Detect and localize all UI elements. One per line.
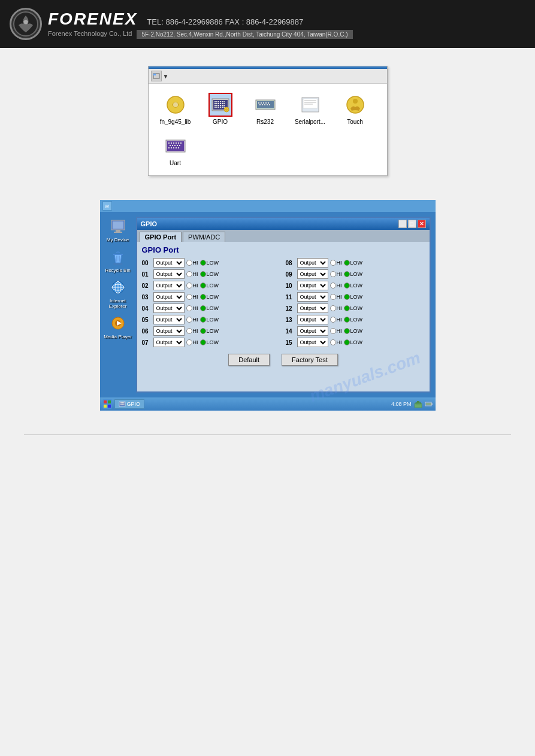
port-15-select[interactable]: Output (297, 338, 328, 347)
titlebar-buttons: _ □ ✕ (398, 220, 426, 228)
svg-rect-37 (265, 102, 267, 104)
file-icon-uart[interactable]: Uart (158, 134, 194, 166)
svg-rect-22 (220, 105, 221, 106)
logo-circle (10, 8, 42, 40)
port-row-04: 04 Output HI LOW (142, 303, 281, 313)
maximize-button[interactable]: □ (408, 220, 416, 228)
fn9g45-icon (164, 93, 188, 117)
svg-rect-23 (222, 105, 223, 106)
ie-label: Internet Explorer (102, 298, 134, 309)
file-icon-serialport[interactable]: Serialport... (292, 93, 328, 125)
port-row-08: 08 Output HI LOW (286, 258, 425, 268)
radio-hi-icon[interactable] (186, 260, 192, 266)
port-06-select[interactable]: Output (153, 326, 185, 336)
svg-rect-24 (223, 105, 225, 106)
svg-rect-19 (214, 105, 216, 106)
port-05-select[interactable]: Output (153, 315, 185, 324)
svg-rect-11 (222, 101, 223, 102)
port-08-select[interactable]: Output (297, 258, 328, 268)
svg-rect-27 (218, 107, 219, 108)
tab-gpio-port[interactable]: GPIO Port (140, 232, 182, 242)
port-04-select[interactable]: Output (153, 303, 185, 313)
minimize-button[interactable]: _ (398, 220, 407, 228)
file-icon-gpio[interactable]: GPIO (202, 93, 238, 125)
svg-rect-67 (176, 147, 177, 148)
taskbar-right: 4:08 PM (391, 400, 433, 408)
port-03-select[interactable]: Output (153, 292, 185, 302)
port-row-11: 11 Output HI LOW (286, 292, 425, 302)
gpio-label: GPIO (213, 119, 228, 125)
ie-icon (108, 278, 128, 297)
taskbar-gpio-button[interactable]: GPIO (114, 399, 145, 409)
touch-label: Touch (347, 119, 363, 125)
svg-rect-18 (223, 103, 225, 104)
svg-point-73 (113, 263, 123, 265)
radio-low-icon[interactable] (200, 260, 206, 266)
port-00-select[interactable]: Output (153, 258, 185, 268)
main-content: ▼ fn_9g45_lib (0, 48, 535, 756)
desktop-icon-recyclebin[interactable]: Recycle Bin (102, 247, 134, 273)
svg-rect-74 (113, 254, 123, 255)
taskbar-top-icon: W (102, 201, 112, 211)
svg-rect-88 (104, 405, 107, 408)
serialport-label: Serialport... (295, 119, 325, 125)
uart-icon (164, 134, 188, 158)
svg-rect-13 (214, 103, 216, 104)
gpio-titlebar: GPIO _ □ ✕ (137, 218, 430, 230)
file-icon-touch[interactable]: Touch (337, 93, 373, 125)
svg-rect-43 (269, 104, 270, 105)
port-12-select[interactable]: Output (297, 303, 328, 313)
svg-rect-62 (177, 145, 178, 146)
svg-rect-10 (220, 101, 221, 102)
svg-rect-58 (180, 142, 182, 144)
port-14-select[interactable]: Output (297, 326, 328, 336)
desktop-icon-mediaplayer[interactable]: Media Player (102, 314, 134, 339)
svg-rect-71 (116, 230, 120, 232)
svg-rect-98 (123, 404, 125, 405)
toolbar-dropdown[interactable]: ▼ (163, 73, 169, 80)
svg-rect-30 (223, 107, 225, 108)
mediaplayer-icon (108, 314, 128, 333)
svg-rect-17 (222, 103, 223, 104)
svg-rect-57 (178, 142, 179, 144)
svg-rect-91 (120, 402, 121, 403)
port-11-select[interactable]: Output (297, 292, 328, 302)
gpio-action-buttons: Default Factory Test (142, 354, 425, 366)
desktop-icon-mydevice[interactable]: My Device (102, 217, 134, 242)
close-button[interactable]: ✕ (418, 220, 426, 228)
factory-test-button[interactable]: Factory Test (282, 354, 338, 366)
svg-point-4 (173, 102, 178, 107)
svg-rect-63 (179, 145, 180, 146)
bottom-divider (24, 435, 511, 439)
fn9g45-label: fn_9g45_lib (160, 119, 191, 125)
start-button[interactable] (102, 399, 112, 409)
default-button[interactable]: Default (228, 354, 270, 366)
rs232-icon (253, 93, 277, 117)
desktop-icon-ie[interactable]: Internet Explorer (102, 278, 134, 309)
file-icon-fn9g45[interactable]: fn_9g45_lib (158, 93, 194, 125)
port-13-select[interactable]: Output (297, 315, 328, 324)
mediaplayer-label: Media Player (104, 334, 132, 339)
port-01-select[interactable]: Output (153, 269, 185, 279)
tab-pwm-adc[interactable]: PWM/ADC (183, 232, 225, 242)
svg-rect-89 (108, 405, 111, 408)
port-02-select[interactable]: Output (153, 281, 185, 290)
file-explorer-window: ▼ fn_9g45_lib (148, 66, 388, 176)
mydevice-icon (108, 217, 128, 236)
recyclebin-label: Recycle Bin (105, 268, 130, 273)
svg-rect-61 (174, 145, 176, 146)
svg-rect-54 (171, 142, 172, 144)
file-icon-rs232[interactable]: Rs232 (247, 93, 283, 125)
svg-rect-86 (104, 400, 107, 403)
port-10-select[interactable]: Output (297, 281, 328, 290)
desktop-sidebar: My Device Recycle Bin (100, 212, 136, 397)
port-07-select[interactable]: Output (153, 338, 185, 347)
svg-rect-104 (426, 403, 431, 405)
svg-rect-8 (216, 101, 217, 102)
svg-rect-29 (222, 107, 223, 108)
port-row-06: 06 Output HI LOW (142, 326, 281, 336)
address: 5F-2,No212, Sec.4,Wenxin Rd.,North Dist,… (137, 30, 352, 39)
port-09-select[interactable]: Output (297, 269, 328, 279)
gpio-section-title: GPIO Port (142, 245, 425, 254)
desktop-bottom-taskbar: GPIO 4:08 PM (100, 397, 436, 411)
